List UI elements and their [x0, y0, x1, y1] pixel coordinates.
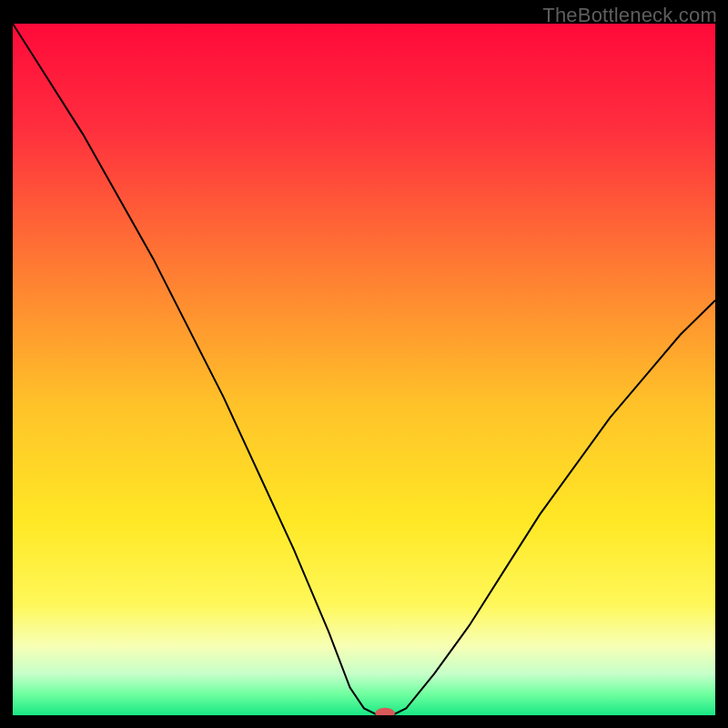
- chart-background: [13, 24, 715, 715]
- bottleneck-chart: [13, 24, 715, 715]
- chart-svg: [13, 24, 715, 715]
- watermark-text: TheBottleneck.com: [542, 4, 717, 27]
- chart-frame: TheBottleneck.com: [0, 0, 728, 728]
